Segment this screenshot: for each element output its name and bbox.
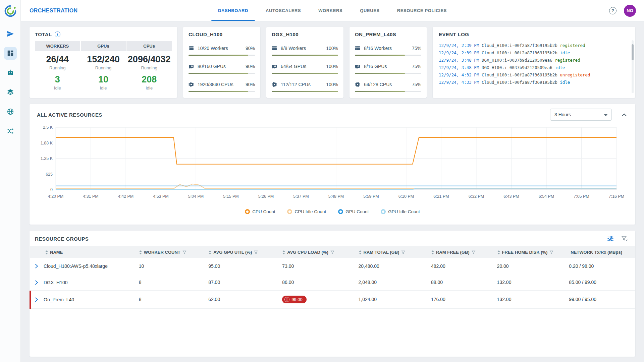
sort-icon[interactable] (282, 249, 285, 254)
tab-resource-policies[interactable]: RESOURCE POLICIES (388, 0, 455, 21)
metric-percent: 100% (326, 46, 338, 51)
sidebar-item-queues[interactable] (4, 86, 17, 99)
cell-value: 95.00 (206, 258, 279, 274)
metric-percent: 100% (326, 82, 338, 87)
column-header-ram-free-gb[interactable]: RAM FREE (GB) (428, 246, 494, 258)
running-value: 26/44 (35, 54, 80, 65)
tab-autoscalers[interactable]: AUTOSCALERS (257, 0, 310, 21)
column-header-name[interactable]: NAME (30, 246, 136, 258)
legend-item-gpu-idle-count[interactable]: GPU Idle Count (381, 209, 420, 214)
metric-label: 8/16 Workers (364, 46, 412, 51)
sort-icon[interactable] (208, 249, 212, 254)
sidebar-item-resources[interactable] (4, 105, 17, 118)
event-log-entry: 12/9/24, 2:39 PM Cloud_H100:i-00f2a87f36… (439, 49, 629, 57)
cpu-icon (272, 82, 278, 87)
info-icon[interactable]: i (55, 32, 60, 37)
filter-icon[interactable] (472, 249, 476, 254)
table-row-on-prem-l40[interactable]: On_Prem_L40862.00!99.001,024.00176.00132… (30, 290, 635, 308)
svg-text:5:04 PM: 5:04 PM (188, 194, 204, 199)
column-settings-icon[interactable] (607, 235, 614, 242)
expand-row-button[interactable] (35, 264, 41, 268)
tab-dashboard[interactable]: DASHBOARD (209, 0, 257, 21)
clear-filters-icon[interactable] (621, 235, 628, 242)
expand-row-button[interactable] (35, 280, 41, 285)
clearml-logo[interactable] (3, 4, 17, 18)
legend-item-gpu-count[interactable]: GPU Count (338, 209, 369, 214)
filter-icon[interactable] (330, 249, 334, 254)
event-log-scrollbar[interactable] (632, 40, 634, 93)
metric-row: 112/112 CPUs100% (272, 81, 338, 92)
resource-group-name[interactable]: Cloud_H100:AWS-p5.48xlarge (44, 263, 108, 269)
filter-icon[interactable] (254, 249, 258, 254)
cell-value: 88.00 (428, 274, 494, 290)
chart-controls: 3 Hours (550, 109, 628, 121)
event-log-entry: 12/9/24, 3:48 PM DGX_H100:i-0037b9d21205… (439, 64, 629, 71)
filter-icon[interactable] (549, 249, 553, 254)
sidebar-item-launch[interactable] (4, 27, 17, 40)
metric-row: 8/16 GPUs75% (355, 63, 421, 74)
column-header-worker-count[interactable]: WORKER COUNT (136, 246, 206, 258)
legend-label: CPU Count (252, 209, 275, 214)
column-header-ram-total-gb[interactable]: RAM TOTAL (GB) (356, 246, 428, 258)
tab-queues[interactable]: QUEUES (351, 0, 388, 21)
sidebar-item-pipelines[interactable] (4, 125, 17, 137)
running-value: 2096/4032 (126, 54, 172, 65)
idle-label: Idle (126, 85, 172, 90)
cell-value: 132.00 (494, 274, 567, 290)
workers-icon (355, 46, 361, 51)
resource-group-name[interactable]: On_Prem_L40 (44, 297, 74, 302)
sidebar-item-dashboard[interactable] (4, 47, 17, 60)
log-timestamp: 12/9/24, 3:48 PM (439, 65, 479, 70)
collapse-chart-button[interactable] (621, 111, 628, 119)
chart-header: ALL ACTIVE RESOURCES 3 Hours (37, 109, 628, 121)
scrollbar-thumb[interactable] (632, 44, 634, 60)
sidebar-item-agents[interactable] (4, 66, 17, 79)
cell-value: 73.00 (279, 258, 356, 274)
sort-icon[interactable] (359, 249, 362, 254)
total-column-header: CPUs (126, 41, 172, 51)
cell-value: 20,480.00 (356, 258, 428, 274)
log-timestamp: 12/9/24, 2:39 PM (439, 50, 479, 55)
svg-text:1.88 K: 1.88 K (41, 141, 53, 145)
legend-item-cpu-idle-count[interactable]: CPU Idle Count (287, 209, 326, 214)
cell-value: 86.00 (279, 274, 356, 290)
table-row-cloud-h100-aws-p5-48xlarge[interactable]: Cloud_H100:AWS-p5.48xlarge1095.0073.0020… (30, 258, 635, 274)
help-icon[interactable]: ? (609, 7, 616, 14)
sort-icon[interactable] (431, 249, 434, 254)
total-running-cell: 26/44Running (35, 54, 80, 70)
running-value: 152/240 (81, 54, 126, 65)
time-range-select[interactable]: 3 Hours (550, 109, 612, 121)
filter-icon[interactable] (182, 249, 186, 254)
svg-text:2.5 K: 2.5 K (43, 125, 53, 130)
log-status: idle (560, 50, 570, 55)
resource-card-title: DGX_H100 (272, 32, 338, 37)
resource-group-name[interactable]: DGX_H100 (44, 280, 68, 285)
column-label: AVG GPU UTIL (%) (213, 250, 252, 255)
event-log-entry: 12/9/24, 4:33 PM Cloud_H100:i-00f2a87f36… (439, 79, 629, 86)
legend-item-cpu-count[interactable]: CPU Count (245, 209, 275, 214)
log-source: Cloud_H100:i-00f2a87f369195b2b (482, 80, 557, 85)
expand-row-button[interactable] (35, 297, 41, 302)
avatar[interactable]: NO (624, 5, 636, 17)
filter-icon[interactable] (401, 249, 405, 254)
legend-marker (338, 209, 343, 214)
column-header-avg-cpu-load[interactable]: AVG CPU LOAD (%) (279, 246, 356, 258)
resource-card-title: CLOUD_H100 (189, 32, 255, 37)
metric-row: 8/16 Workers75% (355, 45, 421, 56)
sort-icon[interactable] (139, 249, 142, 254)
sort-icon[interactable] (497, 249, 500, 254)
sort-icon[interactable] (45, 249, 48, 254)
table-row-dgx-h100[interactable]: DGX_H100887.0086.002,048.0088.00132.0085… (30, 274, 635, 290)
column-header-avg-gpu-util[interactable]: AVG GPU UTIL (%) (206, 246, 279, 258)
tab-workers[interactable]: WORKERS (310, 0, 351, 21)
metric-label: 1920/3840 CPUs (198, 82, 246, 87)
total-idle-cell: 10Idle (81, 74, 126, 90)
log-source: DGX_H100:i-0037b9d2120509ea6 (482, 65, 552, 70)
metric-percent: 90% (246, 46, 255, 51)
column-header-free-home-disk[interactable]: FREE HOME DISK (%) (494, 246, 567, 258)
log-timestamp: 12/9/24, 2:39 PM (439, 43, 479, 48)
progress-bar (189, 55, 255, 56)
metric-percent: 75% (412, 46, 421, 51)
resource-summary-cards: CLOUD_H10010/20 Workers90%80/160 GPUs90%… (183, 27, 427, 98)
metric-label: 8/8 Workers (281, 46, 326, 51)
